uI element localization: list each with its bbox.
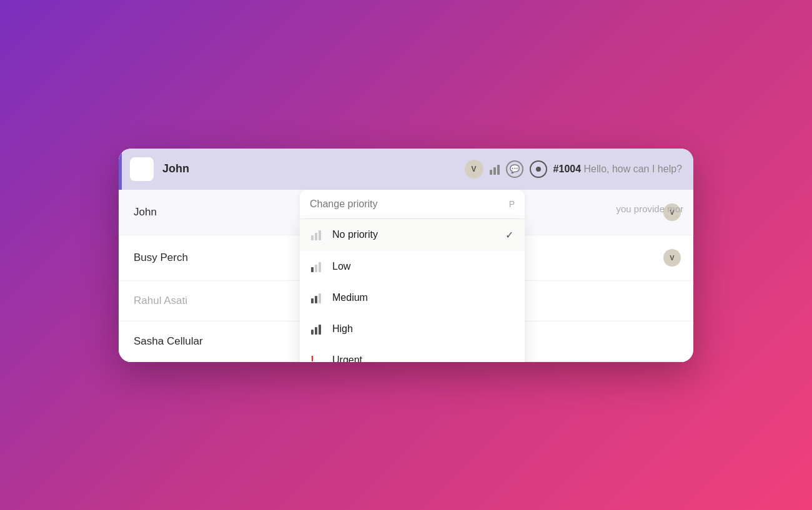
- header-icons: V 💬 #1004 Hello, how can I help?: [465, 160, 682, 179]
- priority-dropdown: P No priority ✓ Low: [300, 190, 525, 362]
- left-accent: [119, 149, 122, 190]
- no-priority-icon: [311, 229, 325, 240]
- priority-option-low[interactable]: Low: [300, 251, 525, 282]
- chat-icon[interactable]: 💬: [506, 160, 523, 178]
- priority-label: High: [332, 323, 513, 335]
- agent-badge[interactable]: V: [465, 160, 483, 179]
- high-priority-icon: [311, 323, 325, 335]
- priority-label: Urgent: [332, 355, 513, 362]
- main-card: John V 💬 #1004 Hello, how can I help? Jo…: [119, 149, 693, 362]
- priority-label: Low: [332, 261, 513, 272]
- priority-label: No priority: [332, 229, 498, 240]
- priority-menu: No priority ✓ Low Medium: [300, 219, 525, 362]
- ticket-id: #1004: [553, 164, 582, 174]
- search-shortcut: P: [509, 199, 515, 209]
- assignee-badge: V: [663, 249, 681, 267]
- dropdown-search-bar[interactable]: P: [300, 190, 525, 219]
- priority-option-urgent[interactable]: ! Urgent: [300, 345, 525, 362]
- avatar-square: [130, 157, 154, 181]
- urgent-priority-icon: !: [311, 355, 325, 362]
- priority-option-no-priority[interactable]: No priority ✓: [300, 219, 525, 251]
- priority-option-medium[interactable]: Medium: [300, 282, 525, 313]
- right-preview: you provide mor: [606, 204, 693, 215]
- priority-label: Medium: [332, 292, 513, 303]
- low-priority-icon: [311, 261, 325, 272]
- ticket-info: #1004 Hello, how can I help?: [553, 164, 682, 175]
- header-row: John V 💬 #1004 Hello, how can I help?: [119, 149, 693, 190]
- bars-icon[interactable]: [490, 164, 500, 175]
- medium-priority-icon: [311, 292, 325, 303]
- ticket-message: Hello, how can I help?: [584, 164, 682, 174]
- preview-text: you provide mor: [616, 204, 683, 214]
- target-icon[interactable]: [530, 160, 547, 178]
- checkmark-icon: ✓: [505, 229, 513, 241]
- header-contact-name: John: [162, 162, 456, 175]
- priority-search-input[interactable]: [310, 199, 509, 210]
- content-area: John V Busy Perch V Rahul Asati Sasha Ce…: [119, 190, 693, 362]
- priority-option-high[interactable]: High: [300, 313, 525, 345]
